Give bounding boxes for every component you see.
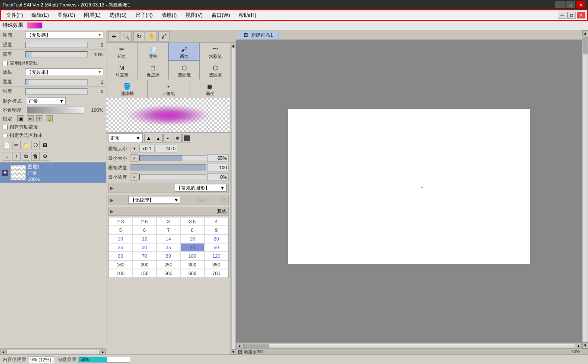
opacity-slider[interactable] xyxy=(27,107,84,114)
density-slider[interactable] xyxy=(131,165,206,171)
hscroll-right-btn[interactable]: ▸ xyxy=(100,349,106,355)
size-600[interactable]: 600 xyxy=(180,269,204,278)
shape-triangle-up-icon[interactable]: ▲ xyxy=(144,134,153,142)
menu-minimize-btn[interactable]: ─ xyxy=(558,12,566,19)
hscroll-left-btn[interactable]: ◂ xyxy=(0,349,6,355)
settings-layer-icon[interactable]: ⚙ xyxy=(41,152,49,161)
delete-layer-icon[interactable]: 🗑 xyxy=(31,152,40,161)
menu-close-btn[interactable]: ✕ xyxy=(577,12,585,19)
menu-help[interactable]: 帮助(H) xyxy=(235,11,260,20)
layer-item-1[interactable]: 👁 图层1 正常 100% xyxy=(0,163,106,183)
clip-checkbox[interactable] xyxy=(3,125,8,130)
size-60[interactable]: 60 xyxy=(109,252,132,260)
effect-strength-slider[interactable] xyxy=(25,89,88,95)
pvs-down-btn[interactable]: ▼ xyxy=(231,349,236,355)
brush-type-selection-pen[interactable]: ⬡ 选区笔 xyxy=(169,61,199,79)
lock-alpha-icon[interactable]: 🔒 xyxy=(46,115,53,122)
size-5[interactable]: 5 xyxy=(109,226,132,234)
lock-move-icon[interactable]: ✛ xyxy=(36,115,43,122)
brush-size-value-input[interactable]: 40.0 xyxy=(156,145,177,152)
menu-filter[interactable]: 滤镜(I) xyxy=(158,11,180,20)
size-9[interactable]: 9 xyxy=(205,226,228,234)
brush-shape-section[interactable]: ▶ 【常规的圆形】 ▼ xyxy=(108,183,229,193)
size-30[interactable]: 30 xyxy=(132,243,156,252)
copy-layer-icon[interactable]: ⧉ xyxy=(22,152,30,161)
menu-image[interactable]: 图像(C) xyxy=(54,11,79,20)
tool-binary-pen[interactable]: ▪ 二值笔 xyxy=(148,80,189,98)
brush-type-watercolor[interactable]: 〜 水彩笔 xyxy=(200,43,230,61)
menu-edit[interactable]: 编辑(E) xyxy=(28,11,52,20)
menu-layer[interactable]: 图层(L) xyxy=(80,11,104,20)
size-2.3[interactable]: 2.3 xyxy=(109,217,132,226)
size-6[interactable]: 6 xyxy=(132,226,156,234)
size-12[interactable]: 12 xyxy=(132,234,156,243)
size-14[interactable]: 14 xyxy=(157,234,180,243)
move-down-icon[interactable]: ↓ xyxy=(3,152,11,161)
titlebar-minimize[interactable]: ─ xyxy=(555,1,565,8)
pvs-track[interactable] xyxy=(232,48,235,349)
sample-radio[interactable] xyxy=(3,133,8,138)
titlebar-maximize[interactable]: □ xyxy=(566,1,575,8)
edit-layer-icon[interactable]: ✏ xyxy=(12,141,21,149)
size-250[interactable]: 250 xyxy=(157,260,180,269)
canvas-hscroll-left-btn[interactable]: ◂ xyxy=(236,343,242,349)
shape-triangle-sm-icon[interactable]: ▴ xyxy=(154,134,163,142)
folder-layer-icon[interactable]: 📁 xyxy=(22,141,30,149)
menu-view[interactable]: 视图(V) xyxy=(182,11,206,20)
menu-file[interactable]: 文件(F) xyxy=(3,11,26,20)
width-slider[interactable] xyxy=(25,79,88,85)
lock-paint-icon[interactable]: ✏ xyxy=(27,115,34,122)
mode-select[interactable]: 正常 ▼ xyxy=(108,133,143,143)
titlebar-close[interactable]: ✕ xyxy=(576,1,585,8)
size-350[interactable]: 350 xyxy=(205,260,228,269)
brush-type-marker[interactable]: M 马克笔 xyxy=(106,61,137,79)
size-35[interactable]: 35 xyxy=(157,243,180,252)
tool-rotate-icon[interactable]: ↻ xyxy=(133,31,144,41)
blend-select[interactable]: 正常 ▼ xyxy=(27,97,66,105)
size-120[interactable]: 120 xyxy=(205,252,228,260)
size-10[interactable]: 10 xyxy=(109,234,132,243)
size-200[interactable]: 200 xyxy=(132,260,156,269)
shape-rounded-icon[interactable]: ⬛ xyxy=(182,134,191,142)
size-40[interactable]: 40 xyxy=(180,243,204,252)
size-100b[interactable]: 100 xyxy=(109,269,132,278)
size-50[interactable]: 50 xyxy=(205,243,228,252)
size-25[interactable]: 25 xyxy=(109,243,132,252)
tool-paint-bucket[interactable]: 🪣 油漆桶 xyxy=(106,80,147,98)
apply-checkbox[interactable] xyxy=(3,61,8,66)
pvs-up-btn[interactable]: ▲ xyxy=(231,43,236,48)
size-150[interactable]: 150 xyxy=(132,269,156,278)
brush-shape-select[interactable]: 【常规的圆形】 ▼ xyxy=(175,184,227,192)
brush-type-airbrush[interactable]: 💨 喷枪 xyxy=(137,43,168,61)
effect-select[interactable]: 【无效果】 ▼ xyxy=(25,68,103,76)
merge-layer-icon[interactable]: ⊞ xyxy=(41,141,49,149)
size-300[interactable]: 300 xyxy=(180,260,204,269)
size-20[interactable]: 20 xyxy=(205,234,228,243)
brush-type-brush[interactable]: 🖌 画笔 xyxy=(169,43,199,61)
size-100[interactable]: 100 xyxy=(180,252,204,260)
vscroll-up-btn[interactable]: ▲ xyxy=(582,30,588,36)
size-4[interactable]: 4 xyxy=(205,217,228,226)
menu-window[interactable]: 窗口(W) xyxy=(208,11,233,20)
menu-select[interactable]: 选择(S) xyxy=(106,11,130,20)
size-8[interactable]: 8 xyxy=(180,226,204,234)
size-2.6[interactable]: 2.6 xyxy=(132,217,156,226)
size-500[interactable]: 500 xyxy=(157,269,180,278)
canvas-hscroll-right-btn[interactable]: ▸ xyxy=(576,343,582,349)
color-swatch[interactable] xyxy=(27,22,42,28)
tool-zoom-icon[interactable]: 🔍 xyxy=(121,31,132,41)
brush-type-pencil[interactable]: ✏ 铅笔 xyxy=(106,43,137,61)
size-7[interactable]: 7 xyxy=(157,226,180,234)
scale-slider[interactable] xyxy=(25,51,88,57)
size-80[interactable]: 80 xyxy=(157,252,180,260)
size-3.5[interactable]: 3.5 xyxy=(180,217,204,226)
tool-gradient[interactable]: ▦ 渐变 xyxy=(189,80,230,98)
min-density-icon[interactable]: 🖊 xyxy=(131,173,138,181)
canvas-surface[interactable] xyxy=(288,109,530,264)
tool-pen-icon[interactable]: 🖊 xyxy=(158,31,169,41)
hscroll-track[interactable] xyxy=(6,350,100,354)
canvas-viewport[interactable] xyxy=(236,30,582,342)
brush-size-down-icon[interactable]: ▼ xyxy=(131,145,138,152)
mask-layer-icon[interactable]: ⬡ xyxy=(31,141,40,149)
brush-size-x-input[interactable]: x0.1 xyxy=(139,145,155,152)
